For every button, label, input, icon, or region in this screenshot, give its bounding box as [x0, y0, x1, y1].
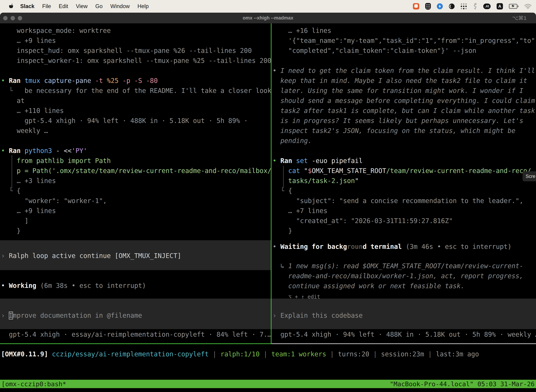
text-segment: └: [273, 187, 288, 195]
text-segment: •: [273, 157, 281, 165]
text-segment: $: [308, 167, 312, 175]
terminal-line: later. Using the same for transition mig…: [273, 86, 523, 96]
menu-item-app[interactable]: Slack: [20, 3, 34, 9]
terminal-line: • I need to get the claim token from the…: [273, 66, 535, 76]
terminal-line: … +110 lines: [1, 106, 64, 116]
text-segment: [OMX#0.11.9]: [1, 350, 52, 358]
text-segment: from pathlib import Path: [1, 157, 111, 165]
text-segment: |: [330, 350, 338, 358]
waiting-status: • Waiting for background terminal (3m 46…: [273, 242, 512, 252]
terminal-line: • Ran set -euo pipefail: [273, 156, 363, 166]
text-segment: cat: [273, 167, 304, 175]
squiggle-icon[interactable]: [473, 3, 477, 10]
pane-divider-vertical[interactable]: [271, 23, 272, 344]
text-segment: ⌥ + ↑ edit: [273, 294, 320, 300]
terminal-line: └ {: [273, 186, 292, 196]
text-segment: ": [304, 167, 308, 175]
tmux-session-window[interactable]: [omx-cczip0:bash*: [1, 380, 66, 387]
text-segment: … +16 lines: [273, 27, 331, 34]
text-segment: Ran: [9, 77, 25, 84]
text-segment: roun: [347, 243, 363, 250]
prompt-input[interactable]: › Improve documentation in @filename: [1, 311, 142, 321]
terminal-line: continue assigned work or next feasible …: [273, 281, 464, 291]
shutter-icon[interactable]: [449, 3, 455, 9]
text-segment: tasks/task-2.json: [273, 177, 355, 185]
terminal-line: "worker": "worker-1",: [1, 196, 107, 206]
menu-item-help[interactable]: Help: [138, 3, 149, 9]
terminal-line: cat "$OMX_TEAM_STATE_ROOT/team/review-cu…: [273, 166, 531, 176]
text-segment: readme-and-reco/mailbox/worker-1.json, a…: [273, 272, 523, 280]
text-segment: {: [288, 187, 292, 195]
battery-charging-icon[interactable]: [509, 4, 518, 9]
menu-item-file[interactable]: File: [42, 3, 51, 9]
text-segment: team:1 workers: [271, 350, 330, 358]
text-segment: d terminal: [363, 243, 406, 250]
menu-bar: Slack File Edit View Go Window Help: [0, 0, 536, 13]
text-segment: Explain this codebase: [281, 312, 363, 319]
text-segment: tmux: [25, 77, 44, 84]
text-segment: (6m 38s • esc to interrupt): [40, 282, 146, 289]
tmux-pane-worker[interactable]: … +16 lines '{"team_name":"my-team","tas…: [272, 23, 536, 344]
model-status-line: gpt-5.4 xhigh · 94% left · 488K in · 5.1…: [273, 330, 536, 340]
battery-61-badge[interactable]: ..61: [483, 4, 491, 9]
text-segment: later. Using the same for transition mig…: [273, 87, 523, 94]
terminal-line: "completed","claim_token":"claim-token"}…: [273, 46, 476, 56]
text-segment: cczip/essay/ai-reimplementation-copyleft: [52, 350, 213, 358]
window-title-bar: omx --xhigh --madmax ⌥⌘1: [0, 13, 536, 23]
terminal-line: '{"team_name":"my-team","task_id":"1","f…: [273, 36, 536, 46]
text-segment: (3m 46s • esc to interrupt): [406, 243, 511, 250]
ralph-loop-banner: › Ralph loop active continue [OMX_TMUX_I…: [1, 251, 181, 261]
terminal-line: }: [273, 226, 292, 236]
menu-item-view[interactable]: View: [76, 3, 88, 9]
screen: Slack File Edit View Go Window Help: [0, 0, 536, 392]
keypad-shield-icon[interactable]: [425, 3, 431, 10]
text-segment: be necessary for the end of the README. …: [25, 87, 271, 94]
terminal-line: ⌥ + ↑ edit: [273, 291, 320, 302]
text-segment: should send a message before completing …: [273, 97, 535, 104]
text-segment: /team/review-current-readme-and-reco/: [386, 167, 531, 175]
text-segment: Ran: [281, 157, 296, 165]
text-segment: |: [213, 350, 220, 358]
text-segment: Ralph loop active continue [OMX_TMUX_INJ…: [9, 252, 181, 260]
text-segment: ralph:1/10: [220, 350, 263, 358]
terminal-line: inspect_worker-1: omx sparkshell --tmux-…: [1, 56, 271, 66]
text-segment: … +9 lines: [1, 37, 56, 44]
letter-a-app-icon[interactable]: A: [497, 3, 503, 9]
text-segment: … +110 lines: [1, 107, 64, 115]
text-segment: %25: [107, 77, 122, 84]
text-segment: ]: [1, 217, 29, 225]
text-segment: last:3m ago: [436, 350, 479, 358]
tmux-pane-status[interactable]: [OMX#0.11.9] cczip/essay/ai-reimplementa…: [0, 344, 536, 380]
text-segment: -t: [95, 77, 107, 84]
terminal-line: └ be necessary for the end of the README…: [1, 86, 271, 96]
speed-bolt-icon[interactable]: [437, 3, 443, 9]
tmux-host-clock: "MacBook-Pro-44.local" 05:03 31-Mar-26: [390, 380, 535, 387]
text-segment: gpt-5.4 xhigh · essay/ai-reimplementatio…: [1, 331, 271, 338]
text-segment: "subject": "send a concise recommendatio…: [273, 197, 523, 205]
apple-menu-icon[interactable]: [9, 4, 13, 9]
text-segment: gpt-5.4 xhigh · 94% left · 488K in · 5.1…: [1, 117, 248, 125]
chat-app-icon[interactable]: [413, 3, 419, 9]
prompt-input[interactable]: › Explain this codebase: [273, 311, 363, 321]
terminal-line: • Ran python3 - <<'PY': [1, 146, 87, 156]
text-segment: OMX_TEAM_STATE_ROOT: [312, 167, 386, 175]
text-segment: turns:20: [338, 350, 373, 358]
terminal-line: … +9 lines: [1, 206, 56, 216]
text-segment: inspect_worker-1: omx sparkshell --tmux-…: [1, 57, 271, 65]
menu-item-go[interactable]: Go: [95, 3, 103, 9]
menu-item-window[interactable]: Window: [110, 3, 129, 9]
text-segment: keep that in mind. Maybe I also need the…: [273, 77, 527, 84]
text-segment: workspace_mode: worktree: [1, 27, 111, 34]
text-segment: mprove documentation in @filename: [13, 312, 142, 319]
tmux-pane-hud[interactable]: workspace_mode: worktree … +9 lines insp…: [0, 23, 271, 344]
text-segment: is in progress? It seems likely but perh…: [273, 117, 523, 125]
wifi-icon[interactable]: [524, 4, 531, 9]
menu-item-edit[interactable]: Edit: [59, 3, 68, 9]
text-segment: … +9 lines: [1, 207, 56, 215]
terminal-line: "created_at": "2026-03-31T11:59:27.816Z": [273, 216, 453, 226]
dot-grid-icon[interactable]: [461, 3, 467, 9]
text-segment: |: [428, 350, 436, 358]
terminal-line: weekly …: [1, 126, 48, 136]
terminal-line: readme-and-reco/mailbox/worker-1.json, a…: [273, 271, 523, 281]
tmux-status-bar: [omx-cczip0:bash* "MacBook-Pro-44.local"…: [0, 380, 536, 388]
